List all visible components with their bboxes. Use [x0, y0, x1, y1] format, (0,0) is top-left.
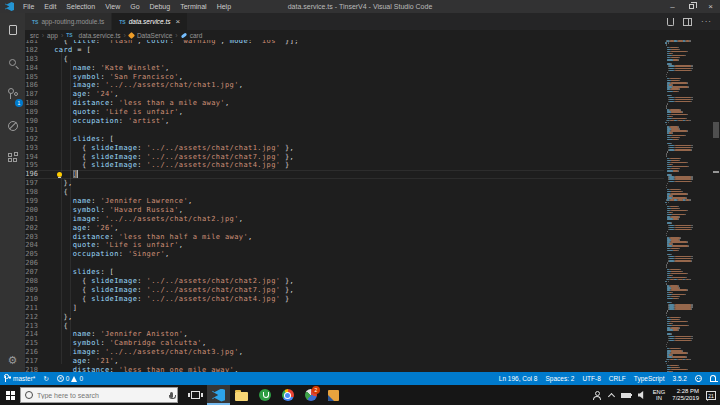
code-line-188[interactable]: 188 distance: 'less than a mile away', — [25, 99, 664, 108]
taskbar-app-green-circle[interactable] — [253, 385, 276, 405]
status-item-4[interactable]: TypeScript — [630, 372, 669, 385]
code-line-204[interactable]: 204 quote: 'Life is unfair', — [25, 241, 664, 250]
code-line-189[interactable]: 189 quote: 'Life is unfair', — [25, 108, 664, 117]
code-line-201[interactable]: 201 image: '../../assets/chat/chat2.jpg'… — [25, 215, 664, 224]
microphone-icon[interactable] — [170, 392, 173, 398]
sidebar-item-source-control[interactable]: 1 — [0, 79, 25, 109]
code-line-192[interactable]: 192 slides: [ — [25, 135, 664, 144]
speaker-icon[interactable] — [638, 391, 646, 399]
menu-edit[interactable]: Edit — [39, 0, 61, 13]
code-line-187[interactable]: 187 age: '24', — [25, 90, 664, 99]
code-line-215[interactable]: 215 symbol: 'Cambridge calcutta', — [25, 339, 664, 348]
sidebar-item-debug[interactable] — [0, 111, 25, 141]
status-item-5[interactable]: 3.5.2 — [669, 372, 691, 385]
taskbar-app-chrome[interactable] — [276, 385, 299, 405]
open-changes-icon[interactable] — [667, 18, 674, 26]
sidebar-item-extensions[interactable] — [0, 143, 25, 173]
code-line-184[interactable]: 184 name: 'Kate Winslet', — [25, 64, 664, 73]
code-line-206[interactable]: 206 — [25, 259, 664, 268]
sync-button[interactable]: ↻ — [39, 372, 52, 385]
code-line-210[interactable]: 210 { slideImage: '../../assets/chat/cha… — [25, 295, 664, 304]
language-indicator[interactable]: ENG IN — [653, 389, 666, 402]
code-line-196[interactable]: 196 ] — [25, 170, 664, 179]
scrollbar-thumb[interactable] — [713, 122, 719, 138]
breadcrumb-file[interactable]: data.service.ts — [79, 32, 121, 39]
code-line-203[interactable]: 203 distance: 'less than half a mile awa… — [25, 233, 664, 242]
taskbar-app-file-explorer[interactable] — [230, 385, 253, 405]
code-line-200[interactable]: 200 symbol: 'Havard Russia', — [25, 206, 664, 215]
restore-button[interactable] — [682, 0, 701, 13]
editor-scrollbar[interactable] — [712, 40, 720, 372]
status-item-3[interactable]: CRLF — [605, 372, 630, 385]
chrome-icon — [282, 389, 294, 401]
status-item-1[interactable]: Spaces: 2 — [541, 372, 578, 385]
code-line-183[interactable]: 183 { — [25, 55, 664, 64]
task-view-button[interactable] — [184, 385, 207, 405]
code-line-190[interactable]: 190 occupation: 'artist', — [25, 117, 664, 126]
status-item-2[interactable]: UTF-8 — [578, 372, 604, 385]
search-input[interactable] — [37, 392, 147, 399]
code-line-195[interactable]: 195 { slideImage: '../../assets/chat/cha… — [25, 161, 664, 170]
code-line-185[interactable]: 185 symbol: 'San Francisco', — [25, 73, 664, 82]
breadcrumb-src[interactable]: src — [30, 32, 39, 39]
taskbar-app-vscode[interactable] — [207, 385, 230, 405]
code-line-198[interactable]: 198 { — [25, 188, 664, 197]
close-button[interactable]: × — [701, 0, 720, 13]
menu-terminal[interactable]: Terminal — [175, 0, 211, 13]
breadcrumb-symbol[interactable]: card — [190, 32, 203, 39]
start-button[interactable] — [0, 385, 20, 405]
menu-help[interactable]: Help — [212, 0, 236, 13]
taskbar-search[interactable] — [20, 387, 178, 403]
git-branch-status[interactable]: master* — [0, 372, 39, 385]
split-editor-icon[interactable] — [683, 18, 692, 26]
code-line-209[interactable]: 209 { slideImage: '../../assets/chat/cha… — [25, 286, 664, 295]
minimap[interactable] — [664, 40, 712, 372]
battery-icon[interactable] — [621, 393, 631, 398]
hidden-icons-chevron-icon[interactable] — [608, 393, 615, 400]
code-line-211[interactable]: 211 ] — [25, 304, 664, 313]
tab-close-icon[interactable]: × — [176, 17, 181, 26]
code-line-212[interactable]: 212 }, — [25, 313, 664, 322]
settings-button[interactable]: ⚙ — [0, 352, 25, 368]
clock[interactable]: 2:28 PM 7/25/2019 — [672, 388, 699, 402]
code-line-191[interactable]: 191 — [25, 126, 664, 135]
people-icon[interactable] — [593, 391, 602, 399]
notifications-bell[interactable] — [706, 372, 720, 385]
code-line-207[interactable]: 207 slides: [ — [25, 268, 664, 277]
tab-data-service[interactable]: TS data.service.ts × — [112, 13, 187, 30]
sidebar-item-explorer[interactable] — [0, 15, 25, 45]
status-item-0[interactable]: Ln 196, Col 8 — [495, 372, 542, 385]
code-line-208[interactable]: 208 { slideImage: '../../assets/chat/cha… — [25, 277, 664, 286]
minimize-button[interactable]: – — [663, 0, 682, 13]
menu-debug[interactable]: Debug — [145, 0, 176, 13]
feedback-smiley[interactable] — [691, 372, 706, 385]
breadcrumb: src › app › TS data.service.ts › DataSer… — [25, 30, 720, 40]
code-line-197[interactable]: 197 }, — [25, 179, 664, 188]
code-editor[interactable]: 181 { title: 'flash', color: 'warning', … — [25, 40, 720, 372]
sidebar-item-search[interactable] — [0, 47, 25, 77]
code-line-217[interactable]: 217 age: '21', — [25, 357, 664, 366]
lightbulb-icon[interactable] — [57, 172, 62, 177]
code-line-213[interactable]: 213 { — [25, 322, 664, 331]
menu-file[interactable]: File — [18, 0, 39, 13]
taskbar-app-orange[interactable] — [322, 385, 345, 405]
code-line-182[interactable]: 182 card = [ — [25, 46, 664, 55]
menu-go[interactable]: Go — [125, 0, 144, 13]
taskbar-app-badged[interactable]: 2 — [299, 385, 322, 405]
more-actions-icon[interactable]: ··· — [701, 20, 712, 24]
code-line-216[interactable]: 216 image: '../../assets/chat/chat3.jpg'… — [25, 348, 664, 357]
code-line-205[interactable]: 205 occupation: 'Singer', — [25, 250, 664, 259]
code-line-193[interactable]: 193 { slideImage: '../../assets/chat/cha… — [25, 144, 664, 153]
code-line-202[interactable]: 202 age: '26', — [25, 224, 664, 233]
code-line-194[interactable]: 194 { slideImage: '../../assets/chat/cha… — [25, 153, 664, 162]
breadcrumb-class[interactable]: DataService — [137, 32, 172, 39]
code-line-214[interactable]: 214 name: 'Jennifer Aniston', — [25, 330, 664, 339]
tab-app-routing-module[interactable]: TS app-routing.module.ts — [25, 13, 111, 30]
code-line-186[interactable]: 186 image: '../../assets/chat/chat1.jpg'… — [25, 81, 664, 90]
action-center-icon[interactable]: 21 — [706, 391, 716, 400]
code-line-199[interactable]: 199 name: 'Jennifer Lawrence', — [25, 197, 664, 206]
menu-selection[interactable]: Selection — [61, 0, 100, 13]
problems-status[interactable]: × 0 0 — [53, 372, 87, 385]
menu-view[interactable]: View — [100, 0, 125, 13]
breadcrumb-app[interactable]: app — [47, 32, 58, 39]
